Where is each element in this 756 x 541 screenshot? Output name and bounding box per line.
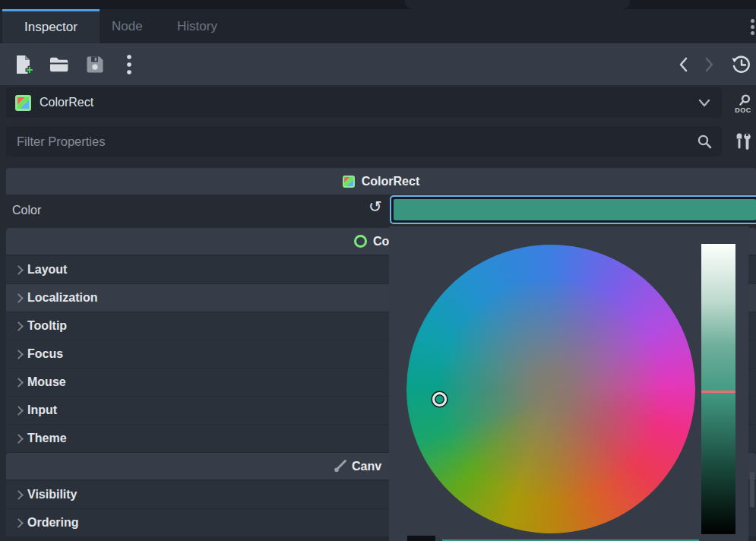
vertical-ellipsis-icon <box>126 54 132 75</box>
tab-history[interactable]: History <box>177 9 217 43</box>
doc-label: DOC <box>735 107 751 113</box>
inspector-tools-button[interactable] <box>731 129 755 153</box>
color-wheel-cursor[interactable] <box>432 392 447 407</box>
object-history-button[interactable] <box>728 43 754 85</box>
filter-properties-input[interactable] <box>15 134 696 150</box>
top-panel-notch <box>405 0 630 9</box>
category-label: Ordering <box>27 516 79 530</box>
tab-node[interactable]: Node <box>112 9 143 43</box>
tools-icon <box>734 131 752 151</box>
brush-icon <box>331 458 348 475</box>
section-header-control-label: Co <box>373 235 389 248</box>
tab-node-label: Node <box>112 19 143 34</box>
filter-properties-row <box>6 126 722 157</box>
history-forward-icon <box>704 57 715 72</box>
category-label: Focus <box>27 347 63 361</box>
inspector-toolbar <box>0 43 756 85</box>
load-folder-icon <box>49 55 70 74</box>
color-swatch-button[interactable] <box>390 195 756 224</box>
control-node-icon <box>354 235 367 248</box>
object-history-icon <box>730 54 751 75</box>
top-window-strip <box>0 0 756 9</box>
value-slider[interactable] <box>701 244 735 534</box>
section-header-canvasitem-label: Canv <box>352 460 381 473</box>
save-resource-button[interactable] <box>83 43 107 85</box>
chevron-right-icon <box>14 350 24 359</box>
history-back-icon <box>678 57 688 72</box>
color-picker-popup <box>389 226 748 541</box>
property-row-color: Color ↺ <box>6 195 756 226</box>
dock-tab-bar: Inspector Node History <box>0 9 756 43</box>
node-selector[interactable]: ColorRect <box>6 87 722 118</box>
resource-extra-menu-button[interactable] <box>122 43 137 85</box>
value-slider-marker[interactable] <box>701 391 735 393</box>
search-docs-icon <box>735 94 751 107</box>
chevron-right-icon <box>14 406 24 416</box>
category-label: Tooltip <box>27 319 67 333</box>
open-documentation-button[interactable]: DOC <box>729 89 756 118</box>
node-selector-value: ColorRect <box>40 96 93 109</box>
history-back-button[interactable] <box>673 43 693 85</box>
godot-inspector-dock: Inspector Node History <box>0 0 756 541</box>
history-forward-button[interactable] <box>700 43 720 85</box>
property-color-label: Color <box>12 204 41 217</box>
category-label: Visibility <box>27 488 77 501</box>
section-header-colorrect-label: ColorRect <box>362 175 419 188</box>
new-resource-button[interactable] <box>11 43 36 85</box>
screen-pick-button[interactable] <box>407 536 435 541</box>
color-wheel[interactable] <box>406 245 695 533</box>
chevron-down-icon <box>696 94 713 111</box>
scrollbar-thumb[interactable] <box>750 472 754 508</box>
category-label: Localization <box>27 291 97 305</box>
tab-inspector[interactable]: Inspector <box>2 9 100 43</box>
color-swatch-fill <box>394 199 756 220</box>
category-label: Theme <box>27 432 67 445</box>
tab-history-label: History <box>177 19 217 34</box>
chevron-right-icon <box>14 265 24 275</box>
load-resource-button[interactable] <box>47 43 71 85</box>
save-icon <box>85 55 105 74</box>
colorrect-node-icon <box>343 176 355 188</box>
colorrect-node-icon <box>15 95 31 111</box>
chevron-right-icon <box>14 321 24 331</box>
revert-property-icon[interactable]: ↺ <box>369 198 382 214</box>
chevron-right-icon <box>14 518 24 528</box>
search-icon <box>696 133 713 150</box>
chevron-right-icon <box>14 293 24 303</box>
chevron-right-icon <box>14 378 24 388</box>
category-label: Layout <box>27 263 67 277</box>
chevron-right-icon <box>14 434 24 444</box>
category-label: Mouse <box>27 375 66 389</box>
tab-inspector-label: Inspector <box>24 20 77 35</box>
chevron-right-icon <box>14 490 24 500</box>
tab-list-menu-icon[interactable] <box>751 19 756 34</box>
category-label: Input <box>27 403 57 417</box>
section-header-colorrect[interactable]: ColorRect <box>6 168 756 195</box>
new-resource-icon <box>14 54 33 75</box>
